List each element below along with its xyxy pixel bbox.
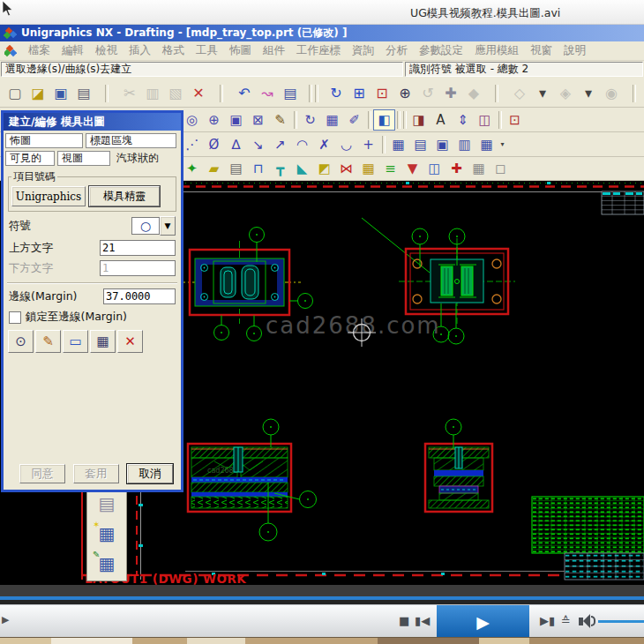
rotate-view-icon[interactable]: ↺ bbox=[416, 82, 439, 105]
zoom-box-icon[interactable]: ⊡ bbox=[371, 82, 393, 105]
view-window1-icon[interactable]: ▦ bbox=[387, 134, 409, 155]
section-block-icon[interactable]: ▦ bbox=[321, 109, 343, 131]
tee-section-icon[interactable]: ┳ bbox=[269, 158, 291, 179]
delete-icon[interactable]: ✕ bbox=[187, 82, 210, 105]
window-icon[interactable]: ◻ bbox=[490, 158, 512, 179]
arc-dim-icon[interactable]: ◠ bbox=[291, 134, 313, 155]
v-marker-icon[interactable]: ▼ bbox=[401, 158, 423, 179]
tab-drafting[interactable]: 怖圖 bbox=[5, 133, 83, 148]
menu-application[interactable]: 應用模組 bbox=[475, 43, 519, 58]
previous-button[interactable]: ▮◀ bbox=[415, 614, 430, 627]
iso-cube-icon[interactable]: ◇ bbox=[508, 82, 531, 105]
tab-title-block[interactable]: 標題區塊 bbox=[86, 133, 176, 148]
height-dim-icon[interactable]: ⇕ bbox=[452, 109, 474, 131]
table-icon[interactable]: ▤ bbox=[225, 158, 247, 179]
edit-list-icon[interactable]: ▤ bbox=[279, 82, 302, 105]
dropdown-icon[interactable]: ▾ bbox=[577, 82, 600, 105]
note-tool-icon[interactable]: ◧ bbox=[373, 109, 395, 131]
print-icon[interactable]: ▤ bbox=[72, 82, 95, 105]
bowtie-icon[interactable]: ⋈ bbox=[335, 158, 357, 179]
paste-icon[interactable]: ▧ bbox=[164, 82, 187, 105]
menu-insert[interactable]: 插入 bbox=[129, 43, 151, 58]
chain-dim-icon[interactable]: ⋰ bbox=[181, 134, 203, 155]
radius2-dim-icon[interactable]: ↗ bbox=[269, 134, 291, 155]
view-window2-icon[interactable]: ▤ bbox=[409, 134, 431, 155]
symbol-combo[interactable]: ○ ▼ bbox=[131, 216, 176, 236]
undo-icon[interactable]: ↶ bbox=[233, 82, 256, 105]
sep[interactable] bbox=[95, 82, 118, 105]
menu-edit[interactable]: 編輯 bbox=[62, 43, 84, 58]
text-style-icon[interactable]: A bbox=[430, 109, 452, 131]
cut-icon[interactable]: ✂ bbox=[118, 82, 141, 105]
label-box-icon[interactable]: ▣ bbox=[225, 109, 247, 131]
view-window4-icon[interactable]: ▥ bbox=[453, 134, 476, 155]
label-delete-icon[interactable]: ⊠ bbox=[247, 109, 269, 131]
table-plain-icon[interactable]: ▤ bbox=[90, 489, 124, 518]
diameter-dim-icon[interactable]: Ø bbox=[203, 134, 225, 155]
view-window5-icon[interactable]: ▦ bbox=[476, 134, 498, 155]
wedge-icon[interactable]: ◣ bbox=[291, 158, 313, 179]
lock-margin-checkbox[interactable] bbox=[9, 311, 21, 324]
sep[interactable] bbox=[496, 109, 504, 131]
angle-dim-icon[interactable]: ∆ bbox=[225, 134, 247, 155]
stop-button[interactable]: ■ bbox=[399, 614, 409, 627]
nx-window-titlebar[interactable]: Unigraphics NX - Drafting - [mdp_tray_to… bbox=[0, 25, 644, 41]
delete-red-icon[interactable]: ✕ bbox=[117, 330, 143, 353]
menu-analysis[interactable]: 分析 bbox=[386, 43, 408, 58]
open-folder-icon[interactable]: ◪ bbox=[26, 82, 49, 105]
screen-note-icon[interactable]: ⊡ bbox=[504, 109, 526, 131]
menu-help[interactable]: 說明 bbox=[564, 43, 586, 58]
eject-button[interactable]: ≙ bbox=[561, 614, 571, 627]
margin-input[interactable] bbox=[103, 288, 176, 304]
tab-view[interactable]: 視圖 bbox=[57, 151, 110, 166]
style-edit-icon[interactable]: ✎ bbox=[35, 330, 61, 353]
view-window3-icon[interactable]: ▣ bbox=[431, 134, 453, 155]
volume-slider[interactable] bbox=[598, 620, 644, 623]
view-swap-icon[interactable]: ◫ bbox=[474, 109, 496, 131]
menu-view[interactable]: 檢視 bbox=[95, 43, 117, 58]
sep[interactable] bbox=[485, 82, 508, 105]
leader-arrow-icon[interactable]: ↝ bbox=[256, 82, 279, 105]
refresh-icon[interactable]: ↻ bbox=[325, 82, 348, 105]
preview-zoom-icon[interactable]: ⊙ bbox=[8, 330, 34, 353]
menu-window[interactable]: 視窗 bbox=[530, 43, 552, 58]
dropdown-icon[interactable]: ▾ bbox=[498, 134, 507, 155]
target-point-icon[interactable]: + bbox=[357, 134, 379, 155]
section-tools-icon[interactable]: ✦ bbox=[181, 158, 203, 179]
tab-balloon[interactable]: 汽球狀的 bbox=[113, 151, 177, 166]
sep[interactable] bbox=[395, 109, 408, 131]
list-icon[interactable]: ≡ bbox=[379, 158, 401, 179]
new-icon[interactable]: ▢ bbox=[4, 82, 26, 105]
menu-assemblies[interactable]: 組件 bbox=[263, 43, 285, 58]
sep[interactable] bbox=[623, 82, 644, 105]
pattern-icon[interactable]: ▦ bbox=[357, 158, 379, 179]
radius-dim-icon[interactable]: ↘ bbox=[247, 134, 269, 155]
menu-tools[interactable]: 工具 bbox=[196, 43, 218, 58]
upper-text-input[interactable] bbox=[100, 240, 176, 256]
next-button[interactable]: ▶▮ bbox=[540, 614, 555, 627]
sep[interactable] bbox=[379, 134, 387, 155]
fit-view-icon[interactable]: ⊞ bbox=[348, 82, 371, 105]
menu-information[interactable]: 資詢 bbox=[352, 43, 374, 58]
pan-icon[interactable]: ✚ bbox=[439, 82, 462, 105]
sep[interactable] bbox=[365, 109, 373, 131]
ruler-box-icon[interactable]: ▭ bbox=[63, 330, 88, 353]
zoom-icon[interactable]: ⊕ bbox=[393, 82, 416, 105]
label-edit-icon[interactable]: ✎ bbox=[269, 109, 291, 131]
menu-format[interactable]: 格式 bbox=[162, 43, 184, 58]
dropdown-icon[interactable]: ▾ bbox=[531, 82, 554, 105]
fold-section-icon[interactable]: ▰ bbox=[203, 158, 225, 179]
solid-view-icon[interactable]: ◉ bbox=[600, 82, 623, 105]
table-edit-icon[interactable]: ▦ ✎ bbox=[90, 549, 124, 578]
column-icon[interactable]: ◫ bbox=[423, 158, 446, 179]
save-icon[interactable]: ▣ bbox=[49, 82, 72, 105]
clamp-icon[interactable]: ⊓ bbox=[247, 158, 269, 179]
menu-file[interactable]: 檔案 bbox=[28, 43, 50, 58]
view-label-icon[interactable]: ◨ bbox=[408, 109, 430, 131]
view-faces-icon[interactable]: ◈ bbox=[554, 82, 577, 105]
rotate-symbol-icon[interactable]: ↻ bbox=[299, 109, 321, 131]
balloon-roll-icon[interactable]: ◎ bbox=[181, 109, 203, 131]
table-new-icon[interactable]: ▦ ✶ bbox=[90, 519, 124, 548]
menu-wcs[interactable]: 工作座標 bbox=[296, 43, 341, 58]
sep[interactable] bbox=[210, 82, 233, 105]
